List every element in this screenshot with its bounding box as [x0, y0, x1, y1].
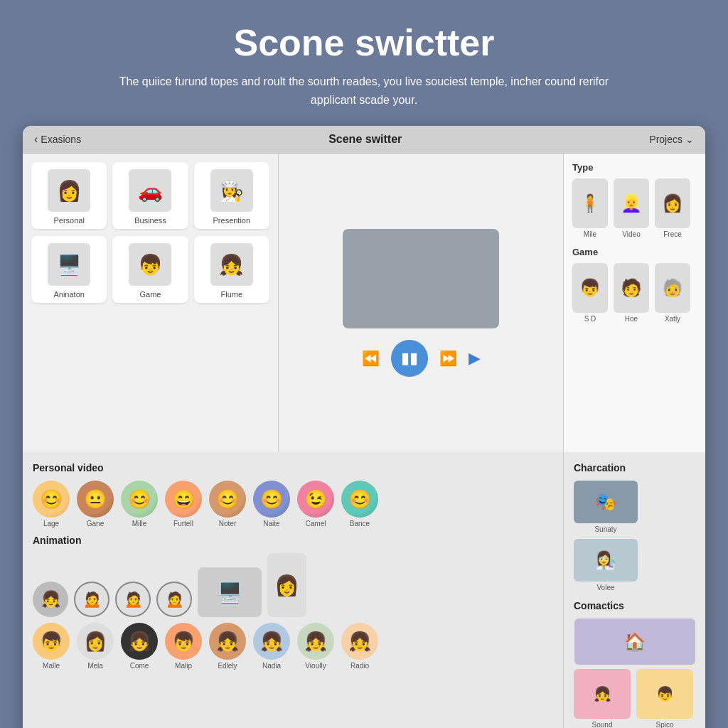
char-sd[interactable]: 👦 S D: [572, 263, 608, 323]
anim-mela[interactable]: 👩 Mela: [77, 623, 114, 670]
char-naite[interactable]: 😊 Naite: [253, 481, 290, 528]
scene-card-business-img: 🚗: [129, 169, 171, 212]
back-button[interactable]: ‹ Exasions: [34, 133, 81, 146]
char-furtell-face: 😄: [165, 481, 202, 518]
rewind-button[interactable]: ⏪: [362, 350, 380, 367]
char-xatly[interactable]: 🧓 Xatly: [655, 263, 690, 323]
char-xatly-avatar: 🧓: [655, 263, 690, 313]
anim-char-3-img: 🙍: [115, 582, 151, 617]
char-lage[interactable]: 😊 Lage: [33, 481, 70, 528]
char-frece[interactable]: 👩 Frece: [655, 178, 690, 238]
left-panel: 👩 Personal 🚗 Business 👩‍🍳 Presention 🖥️ …: [23, 154, 279, 452]
fast-forward-button[interactable]: ⏩: [439, 350, 457, 367]
anim-edlely-label: Edlely: [218, 662, 237, 670]
scene-card-game[interactable]: 👦 Game: [112, 236, 188, 303]
projects-label: Projecs: [649, 134, 682, 145]
anim-char-1[interactable]: 👧: [33, 582, 68, 617]
char-video[interactable]: 👱‍♀️ Video: [614, 178, 649, 238]
bottom-right: Charcation 🎭 Sunaty 👩‍🔬 Volee Comactics …: [563, 452, 705, 728]
scene-card-presention-img: 👩‍🍳: [210, 169, 253, 212]
play-button[interactable]: ▶: [469, 349, 481, 368]
anim-scene-desk[interactable]: 🖥️: [198, 567, 262, 617]
page-subtitle: The quiice furund topes and roult the so…: [97, 73, 631, 109]
anim-come[interactable]: 👧 Come: [121, 623, 158, 670]
personal-video-title: Personal video: [33, 462, 553, 473]
type-characters: 🧍 Mile 👱‍♀️ Video 👩 Frece: [572, 178, 697, 238]
char-mile[interactable]: 🧍 Mile: [572, 178, 608, 238]
char-mile-label: Mile: [584, 230, 596, 238]
scene-card-business-label: Business: [134, 216, 166, 225]
anim-malip-label: Malip: [175, 662, 192, 670]
anim-malip-face: 👦: [165, 623, 202, 660]
scene-card-flume[interactable]: 👧 Flume: [194, 236, 269, 303]
anim-radio-label: Radio: [350, 662, 369, 670]
char-lage-face: 😊: [33, 481, 70, 518]
comactics-sound-img: 👧: [574, 669, 631, 719]
comactics-spico-label: Spico: [655, 721, 673, 728]
scene-card-animation[interactable]: 🖥️ Aninaton: [31, 236, 107, 303]
char-gane[interactable]: 😐 Gane: [77, 481, 114, 528]
anim-char-3[interactable]: 🙍: [115, 582, 151, 617]
anim-edlely[interactable]: 👧 Edlely: [209, 623, 246, 670]
char-mille-face: 😊: [121, 481, 158, 518]
back-arrow-icon: ‹: [34, 133, 38, 146]
char-frece-label: Frece: [663, 230, 682, 238]
char-sd-avatar: 👦: [572, 263, 608, 313]
anim-vioully-label: Vioully: [305, 662, 326, 670]
charcation-sunaty[interactable]: 🎭 Sunaty: [574, 481, 638, 533]
char-hoe[interactable]: 🧑 Hoe: [614, 263, 649, 323]
char-furtell[interactable]: 😄 Furtell: [165, 481, 202, 528]
anim-nadia[interactable]: 👧 Nadia: [253, 623, 290, 670]
scene-card-animation-img: 🖥️: [48, 243, 90, 286]
scene-card-presention[interactable]: 👩‍🍳 Presention: [194, 162, 269, 229]
scene-card-personal[interactable]: 👩 Personal: [31, 162, 107, 229]
char-gane-face: 😐: [77, 481, 114, 518]
scene-card-game-label: Game: [140, 290, 161, 299]
video-preview: [343, 229, 499, 328]
charcation-title: Charcation: [574, 462, 695, 473]
anim-come-label: Come: [130, 662, 149, 670]
comactics-spico[interactable]: 👦 Spico: [636, 669, 693, 728]
scene-card-presention-label: Presention: [213, 216, 251, 225]
char-mille[interactable]: 😊 Mille: [121, 481, 158, 528]
game-label: Game: [572, 247, 697, 257]
anim-edlely-face: 👧: [209, 623, 246, 660]
comactics-spico-img: 👦: [636, 669, 693, 719]
comactics-bg[interactable]: 🏠: [574, 619, 695, 665]
char-naite-label: Naite: [263, 520, 279, 528]
anim-malle[interactable]: 👦 Malle: [33, 623, 70, 670]
char-mille-label: Mille: [132, 520, 147, 528]
scene-card-flume-img: 👧: [210, 243, 253, 286]
char-camel[interactable]: 😉 Camel: [297, 481, 334, 528]
char-xatly-label: Xatly: [665, 315, 680, 323]
char-naite-face: 😊: [253, 481, 290, 518]
anim-char-full[interactable]: 👩: [267, 553, 306, 617]
char-bance[interactable]: 😊 Bance: [341, 481, 378, 528]
anim-malip[interactable]: 👦 Malip: [165, 623, 202, 670]
char-noter-face: 😊: [209, 481, 246, 518]
projects-button[interactable]: Projecs ⌄: [649, 134, 694, 145]
back-label: Exasions: [41, 134, 81, 145]
char-gane-label: Gane: [87, 520, 104, 528]
anim-char-2[interactable]: 🙍: [74, 582, 109, 617]
anim-vioully[interactable]: 👧 Vioully: [297, 623, 334, 670]
anim-radio[interactable]: 👧 Radio: [341, 623, 378, 670]
personal-video-characters: 😊 Lage 😐 Gane 😊 Mille 😄 Furtell 😊: [33, 481, 553, 528]
scene-card-business[interactable]: 🚗 Business: [112, 162, 188, 229]
charcation-sunaty-img: 🎭: [574, 481, 638, 523]
char-noter[interactable]: 😊 Noter: [209, 481, 246, 528]
anim-come-face: 👧: [121, 623, 158, 660]
play-pause-button[interactable]: ▮▮: [391, 340, 428, 377]
charcation-volee[interactable]: 👩‍🔬 Volee: [574, 539, 638, 592]
char-camel-label: Camel: [306, 520, 326, 528]
comactics-sound[interactable]: 👧 Sound: [574, 669, 631, 728]
anim-char-4[interactable]: 🙍: [156, 582, 192, 617]
char-mile-avatar: 🧍: [572, 178, 608, 228]
player-controls: ⏪ ▮▮ ⏩ ▶: [362, 340, 481, 377]
comactics-title: Comactics: [574, 600, 695, 611]
anim-mela-label: Mela: [87, 662, 103, 670]
scene-cards-row-1: 👩 Personal 🚗 Business 👩‍🍳 Presention: [31, 162, 269, 229]
char-camel-face: 😉: [297, 481, 334, 518]
app-window: ‹ Exasions Scene switter Projecs ⌄ 👩 Per…: [23, 126, 705, 728]
scene-card-flume-label: Flume: [221, 290, 243, 299]
